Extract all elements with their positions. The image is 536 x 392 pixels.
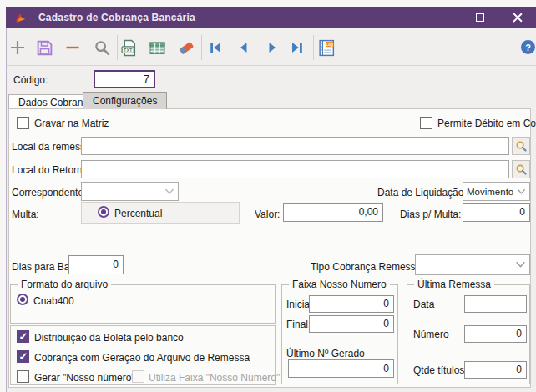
- delete-record-button[interactable]: [60, 34, 85, 61]
- eraser-icon: [177, 38, 195, 57]
- minimize-icon: [437, 18, 447, 18]
- help-icon: ?: [525, 43, 531, 53]
- table-grid-icon: [149, 39, 166, 57]
- nav-last-button[interactable]: [285, 34, 310, 61]
- tab-configuracoes[interactable]: Configurações: [83, 92, 167, 109]
- log-notebook-icon: Log: [317, 38, 336, 58]
- toolbar-separator: [201, 35, 202, 60]
- ultimo-gerado-label: Último Nº Gerado: [286, 348, 365, 360]
- local-retorno-field[interactable]: [81, 160, 509, 178]
- svg-text:TXT: TXT: [124, 47, 133, 52]
- nav-last-icon: [290, 40, 305, 55]
- gerar-nosso-numero-label: Gerar "Nosso número": [34, 372, 135, 384]
- data-liquidacao-label: Data de Liquidação:: [377, 187, 467, 199]
- maximize-icon: [476, 13, 484, 22]
- data-liquidacao-dropdown[interactable]: Movimento: [463, 182, 530, 201]
- lookup-magnifier-icon: [515, 163, 528, 176]
- ultima-remessa-data-field[interactable]: [464, 295, 527, 313]
- nav-prev-button[interactable]: [231, 34, 256, 61]
- tipo-cobranca-label: Tipo Cobrança Remessa:: [311, 261, 424, 274]
- close-icon: [513, 13, 523, 23]
- inicial-field[interactable]: 0: [309, 295, 394, 313]
- ultima-remessa-data-label: Data: [413, 299, 434, 311]
- dias-multa-label: Dias p/ Multa:: [400, 209, 461, 221]
- plus-icon: [8, 38, 27, 57]
- minimize-button[interactable]: [423, 7, 461, 28]
- distribuicao-boleta-checkbox[interactable]: [17, 330, 29, 343]
- clear-button[interactable]: [174, 34, 199, 61]
- gravar-na-matriz-checkbox[interactable]: [17, 117, 29, 129]
- search-record-button[interactable]: [89, 34, 114, 61]
- multa-label: Multa:: [12, 209, 39, 221]
- window-title: Cadastro de Cobrança Bancária: [38, 12, 195, 23]
- final-field[interactable]: 0: [309, 315, 394, 333]
- data-liquidacao-value: Movimento: [467, 187, 515, 197]
- gravar-na-matriz-label: Gravar na Matriz: [34, 118, 109, 130]
- maximize-button[interactable]: [461, 7, 498, 28]
- save-floppy-icon: [36, 39, 53, 57]
- nav-next-button[interactable]: [260, 34, 285, 61]
- grid-view-button[interactable]: [144, 34, 169, 61]
- correspondente-dropdown[interactable]: [81, 182, 179, 201]
- txt-file-icon: TXT: [120, 39, 138, 57]
- formato-arquivo-legend: Formato do arquivo: [18, 279, 111, 291]
- nav-next-icon: [265, 40, 280, 55]
- tipo-cobranca-dropdown[interactable]: [415, 254, 530, 275]
- codigo-label: Código:: [13, 74, 48, 87]
- chevron-down-icon: [517, 188, 526, 195]
- ultima-remessa-legend: Última Remessa: [414, 279, 494, 291]
- permite-debito-checkbox[interactable]: [420, 117, 432, 129]
- gerar-nosso-numero-checkbox[interactable]: [17, 370, 29, 383]
- valor-label: Valor:: [255, 209, 280, 221]
- distribuicao-boleta-label: Distribuição da Boleta pelo banco: [34, 332, 184, 344]
- utiliza-faixa-checkbox: [132, 370, 144, 383]
- qtde-titulos-label: Qtde títulos: [413, 364, 464, 377]
- minus-icon: [63, 38, 82, 57]
- cnab400-label: Cnab400: [33, 295, 74, 308]
- multa-percentual-radio[interactable]: [98, 206, 109, 218]
- svg-text:Log: Log: [326, 42, 333, 46]
- multa-percentual-label: Percentual: [114, 208, 162, 220]
- add-record-button[interactable]: [5, 34, 30, 61]
- ultima-remessa-numero-field[interactable]: 0: [464, 325, 527, 343]
- utiliza-faixa-label: Utiliza Faixa "Nosso Número": [149, 372, 280, 384]
- local-remessa-field[interactable]: [81, 137, 509, 155]
- help-button[interactable]: ?: [521, 40, 535, 54]
- dias-multa-field[interactable]: 0: [463, 203, 530, 222]
- chevron-down-icon: [515, 261, 526, 269]
- cnab400-radio[interactable]: [17, 294, 28, 305]
- faixa-nosso-numero-legend: Faixa Nosso Numero: [289, 279, 390, 291]
- titlebar: Cadastro de Cobrança Bancária: [6, 7, 536, 28]
- final-label: Final:: [286, 319, 311, 331]
- close-button[interactable]: [498, 7, 536, 28]
- local-remessa-label: Local da remessa: [12, 141, 91, 153]
- app-window: Cadastro de Cobrança Bancária TXT: [0, 0, 536, 392]
- permite-debito-label: Permite Débito em Conta: [437, 118, 536, 130]
- dias-baixa-field[interactable]: 0: [68, 255, 124, 274]
- search-icon: [94, 39, 111, 57]
- ultimo-gerado-field[interactable]: 0: [288, 359, 394, 378]
- local-retorno-label: Local do Retorno: [12, 164, 88, 177]
- local-remessa-lookup-button[interactable]: [512, 137, 530, 155]
- lookup-magnifier-icon: [515, 140, 528, 153]
- chevron-down-icon: [164, 188, 174, 195]
- qtde-titulos-field[interactable]: 0: [464, 361, 527, 379]
- geracao-remessa-checkbox[interactable]: [17, 350, 29, 363]
- local-retorno-lookup-button[interactable]: [512, 160, 530, 178]
- correspondente-label: Correspondente:: [12, 187, 86, 199]
- export-txt-button[interactable]: TXT: [116, 34, 141, 61]
- app-logo-icon: [14, 12, 27, 24]
- nav-first-icon: [208, 40, 223, 55]
- codigo-field[interactable]: 7: [94, 70, 155, 88]
- nav-prev-icon: [236, 40, 251, 55]
- nav-first-button[interactable]: [203, 34, 228, 61]
- log-button[interactable]: Log: [314, 34, 339, 61]
- save-button[interactable]: [32, 34, 57, 61]
- valor-field[interactable]: 0,00: [283, 203, 383, 222]
- geracao-remessa-label: Cobrança com Geração do Arquivo de Remes…: [34, 352, 250, 364]
- ultima-remessa-numero-label: Número: [413, 329, 449, 341]
